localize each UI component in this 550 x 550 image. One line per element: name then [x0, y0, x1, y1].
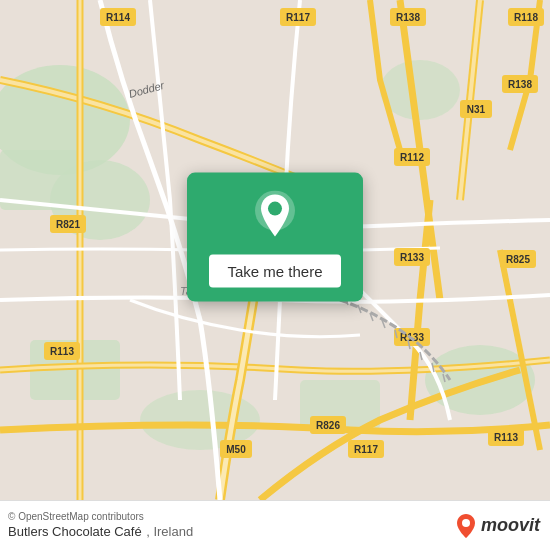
- svg-text:R138: R138: [508, 79, 532, 90]
- location-country: , Ireland: [146, 524, 193, 539]
- svg-text:N31: N31: [467, 104, 486, 115]
- svg-point-54: [462, 519, 470, 527]
- svg-text:R138: R138: [396, 12, 420, 23]
- svg-text:R113: R113: [494, 432, 518, 443]
- svg-text:M50: M50: [226, 444, 246, 455]
- moovit-logo: moovit: [455, 513, 540, 539]
- location-card[interactable]: Take me there: [187, 173, 363, 302]
- location-name: Butlers Chocolate Café: [8, 524, 142, 539]
- svg-text:R826: R826: [316, 420, 340, 431]
- bottom-left-section: © OpenStreetMap contributors Butlers Cho…: [8, 511, 193, 540]
- svg-point-6: [380, 60, 460, 120]
- svg-text:R133: R133: [400, 252, 424, 263]
- svg-point-53: [268, 202, 282, 216]
- svg-text:R112: R112: [400, 152, 424, 163]
- moovit-brand-text: moovit: [481, 515, 540, 536]
- moovit-pin-icon: [455, 513, 477, 539]
- svg-text:R118: R118: [514, 12, 538, 23]
- svg-text:R114: R114: [106, 12, 130, 23]
- svg-text:R117: R117: [286, 12, 310, 23]
- attribution-text: © OpenStreetMap contributors: [8, 511, 193, 522]
- take-me-there-button[interactable]: Take me there: [209, 255, 340, 288]
- location-info: Butlers Chocolate Café , Ireland: [8, 522, 193, 540]
- bottom-bar: © OpenStreetMap contributors Butlers Cho…: [0, 500, 550, 550]
- location-pin-icon: [249, 191, 301, 243]
- map-container: R114 R117 R138 R118 R138 R821 R112 N31 R…: [0, 0, 550, 500]
- svg-text:R113: R113: [50, 346, 74, 357]
- svg-text:R117: R117: [354, 444, 378, 455]
- svg-text:R821: R821: [56, 219, 80, 230]
- svg-text:R825: R825: [506, 254, 530, 265]
